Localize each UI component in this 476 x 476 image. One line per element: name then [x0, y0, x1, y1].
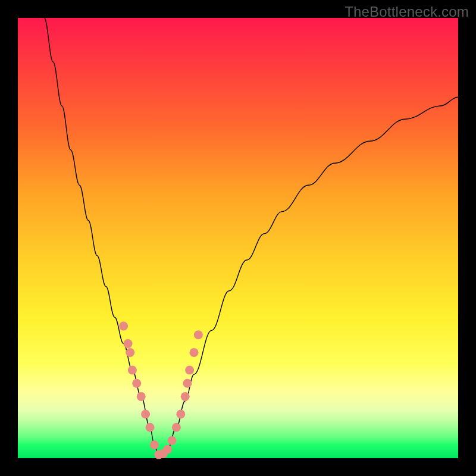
highlight-dot: [124, 339, 133, 348]
highlight-dot: [194, 330, 203, 339]
bottleneck-curve: [44, 18, 458, 456]
highlight-dot: [119, 322, 128, 331]
highlight-dot: [183, 379, 192, 388]
chart-svg: [18, 18, 458, 458]
highlight-dot: [126, 348, 134, 357]
highlight-dot: [146, 423, 155, 432]
highlight-dots: [119, 322, 203, 459]
highlight-dot: [190, 348, 199, 357]
outer-frame: TheBottleneck.com: [0, 0, 476, 476]
highlight-dot: [150, 440, 159, 449]
highlight-dot: [185, 366, 194, 375]
highlight-dot: [168, 436, 177, 445]
highlight-dot: [141, 410, 150, 419]
plot-area: [18, 18, 458, 458]
highlight-dot: [176, 410, 185, 419]
highlight-dot: [163, 445, 172, 454]
highlight-dot: [128, 366, 137, 375]
highlight-dot: [137, 392, 146, 401]
highlight-dot: [132, 379, 141, 388]
highlight-dot: [181, 392, 190, 401]
highlight-dot: [172, 423, 181, 432]
